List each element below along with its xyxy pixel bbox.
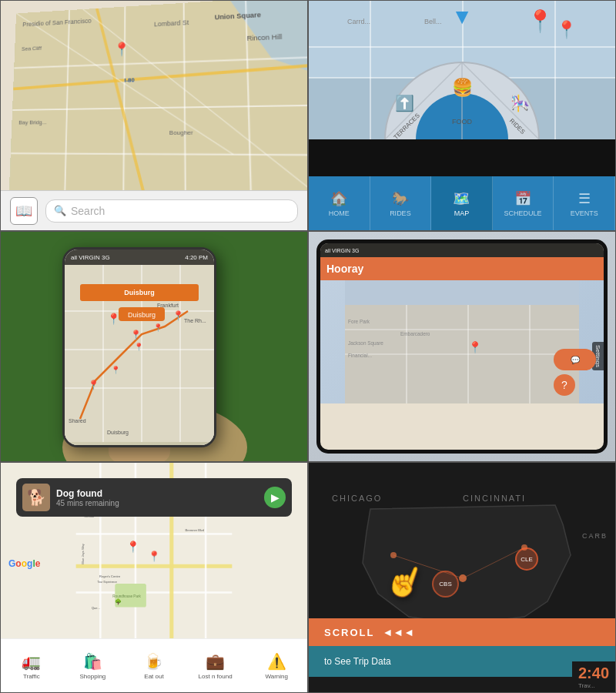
- svg-text:Duisburg: Duisburg: [128, 311, 156, 319]
- book-button[interactable]: 📖: [10, 197, 38, 225]
- eat-icon: 🍺: [144, 652, 163, 671]
- phone-hand-cell: all VIRGIN 3G 4:20 PM Duisburg: [0, 231, 308, 462]
- svg-text:Financial...: Financial...: [348, 353, 372, 358]
- svg-text:Bay Bridg...: Bay Bridg...: [18, 119, 47, 126]
- svg-text:Rincon Hill: Rincon Hill: [246, 32, 282, 42]
- nav-schedule[interactable]: 📅 SCHEDULE: [493, 176, 554, 230]
- svg-text:Fore Park: Fore Park: [348, 319, 370, 324]
- dog-found-title: Dog found: [56, 488, 258, 499]
- nav-shopping[interactable]: 🛍️ Shopping: [62, 639, 124, 692]
- svg-text:📍: 📍: [114, 41, 131, 58]
- scroll-bar[interactable]: SCROLL ◄◄◄: [309, 618, 615, 646]
- shopping-label: Shopping: [79, 673, 105, 680]
- nav-lost-found[interactable]: 💼 Lost n found: [185, 639, 246, 692]
- home-icon: 🏠: [330, 190, 347, 207]
- dog-notification-content: Dog found 45 mins remaining: [56, 488, 258, 507]
- fair-app-cell: Carrd... Bell... 📍 📍 ▼: [308, 0, 616, 231]
- hooray-screen: all VIRGIN 3G Hooray: [320, 243, 604, 450]
- cincinnati-label: CINCINNATI: [463, 494, 526, 503]
- nav-rides[interactable]: 🐎 RIDES: [370, 176, 432, 230]
- lost-found-icon: 💼: [206, 652, 225, 671]
- rides-icon: 🐎: [392, 190, 409, 207]
- traffic-icon: 🚛: [22, 652, 41, 671]
- see-trip-text: to See Trip Data: [324, 656, 391, 667]
- help-icon: ?: [561, 379, 567, 391]
- nav-schedule-label: SCHEDULE: [504, 209, 542, 217]
- nav-home[interactable]: 🏠 HOME: [309, 176, 370, 230]
- phone-device: all VIRGIN 3G 4:20 PM Duisburg: [62, 247, 216, 447]
- fair-phone: Carrd... Bell... 📍 📍 ▼: [309, 1, 615, 230]
- svg-text:Duisburg: Duisburg: [107, 430, 129, 436]
- dog-emoji: 🐕: [27, 488, 46, 507]
- svg-text:Frankfurt: Frankfurt: [157, 303, 179, 308]
- svg-rect-80: [76, 591, 233, 594]
- phone-status-bar: all VIRGIN 3G 4:20 PM: [65, 249, 214, 265]
- cbs-indicator: CBS: [432, 571, 459, 598]
- main-grid: Presidio of San Francisco Sea Cliff Lomb…: [0, 0, 616, 693]
- lost-found-label: Lost n found: [199, 673, 233, 680]
- search-icon: 🔍: [54, 205, 66, 216]
- dog-avatar: 🐕: [22, 484, 50, 511]
- hooray-map-area: Fore Park Embarcadero Jackson Square Fin…: [320, 280, 604, 403]
- svg-text:Que...: Que...: [92, 606, 100, 610]
- red-pin-2: 📍: [556, 20, 577, 40]
- hooray-device: all VIRGIN 3G Hooray: [316, 239, 608, 454]
- nav-events-label: EVENTS: [571, 209, 598, 217]
- cle-label: CLE: [521, 556, 533, 563]
- hooray-help-btn[interactable]: ?: [554, 374, 575, 396]
- hooray-phone-bg: all VIRGIN 3G Hooray: [309, 232, 615, 461]
- map-search-cell: Presidio of San Francisco Sea Cliff Lomb…: [0, 0, 308, 231]
- svg-text:🎠: 🎠: [511, 94, 530, 112]
- svg-text:📍: 📍: [153, 323, 163, 333]
- nav-traffic[interactable]: 🚛 Traffic: [1, 639, 62, 692]
- hooray-app-cell: all VIRGIN 3G Hooray: [308, 231, 616, 462]
- nav-map[interactable]: 🗺️ MAP: [431, 176, 493, 230]
- google-logo: Google: [8, 558, 40, 569]
- fair-bottom-nav: 🏠 HOME 🐎 RIDES 🗺️ MAP 📅 SCHEDULE ☰: [309, 176, 615, 230]
- scroll-text: SCROLL: [324, 627, 374, 638]
- nav-warning[interactable]: ⚠️ Warning: [246, 639, 307, 692]
- nav-events[interactable]: ☰ EVENTS: [554, 176, 615, 230]
- svg-rect-78: [76, 533, 233, 535]
- search-placeholder: Search: [71, 205, 105, 217]
- events-icon: ☰: [578, 190, 591, 207]
- dog-map: Roundhouse Park Blue Jays Way Bremner Bl…: [1, 463, 307, 692]
- cle-indicator: CLE: [515, 547, 538, 571]
- svg-text:📍: 📍: [148, 550, 161, 563]
- svg-text:⬆️: ⬆️: [395, 94, 414, 112]
- scroll-arrows: ◄◄◄: [382, 626, 414, 638]
- nav-rides-label: RIDES: [390, 209, 411, 217]
- dog-found-subtitle: 45 mins remaining: [56, 499, 258, 507]
- dog-notification-arrow[interactable]: ▶: [264, 487, 286, 508]
- svg-text:🌳: 🌳: [115, 598, 122, 605]
- shopping-icon: 🛍️: [83, 652, 102, 671]
- hooray-action-buttons: 💬 ?: [554, 349, 596, 396]
- map-icon: 🗺️: [453, 190, 470, 207]
- time-text: 4:20 PM: [185, 254, 208, 261]
- svg-text:📍: 📍: [468, 340, 482, 354]
- svg-text:📍: 📍: [130, 329, 142, 340]
- search-bar-container: 📖 🔍 Search: [1, 190, 307, 230]
- dog-notification[interactable]: 🐕 Dog found 45 mins remaining ▶: [16, 478, 292, 517]
- hooray-carrier: all VIRGIN 3G: [325, 248, 359, 253]
- hooray-chat-btn[interactable]: 💬: [554, 349, 596, 370]
- carrier-text: all VIRGIN 3G: [71, 254, 110, 261]
- trip-data-cell: CHICAGO CINCINNATI CARB CLE CBS ☝️ SCROL…: [308, 462, 616, 693]
- chat-icon: 💬: [571, 356, 580, 364]
- svg-text:Embarcadero: Embarcadero: [400, 331, 430, 336]
- warning-icon: ⚠️: [267, 652, 286, 671]
- trip-map-bg: CHICAGO CINCINNATI CARB CLE CBS ☝️ SCROL…: [309, 463, 615, 692]
- phone-screen: all VIRGIN 3G 4:20 PM Duisburg: [65, 249, 214, 445]
- search-input-bar[interactable]: 🔍 Search: [45, 199, 298, 223]
- trip-time: 2:40 Trav...: [572, 661, 615, 692]
- trip-map: CHICAGO CINCINNATI CARB CLE CBS ☝️ SCROL…: [309, 463, 615, 692]
- svg-text:The Rh...: The Rh...: [184, 318, 206, 323]
- svg-text:Shared: Shared: [69, 418, 86, 424]
- hooray-header: Hooray: [320, 257, 604, 280]
- see-trip-bar[interactable]: to See Trip Data: [309, 646, 615, 677]
- eat-label: Eat out: [144, 673, 163, 680]
- hooray-status-bar: all VIRGIN 3G: [320, 243, 604, 257]
- svg-text:📍: 📍: [134, 342, 144, 352]
- chicago-label: CHICAGO: [332, 494, 382, 503]
- nav-eat-out[interactable]: 🍺 Eat out: [123, 639, 185, 692]
